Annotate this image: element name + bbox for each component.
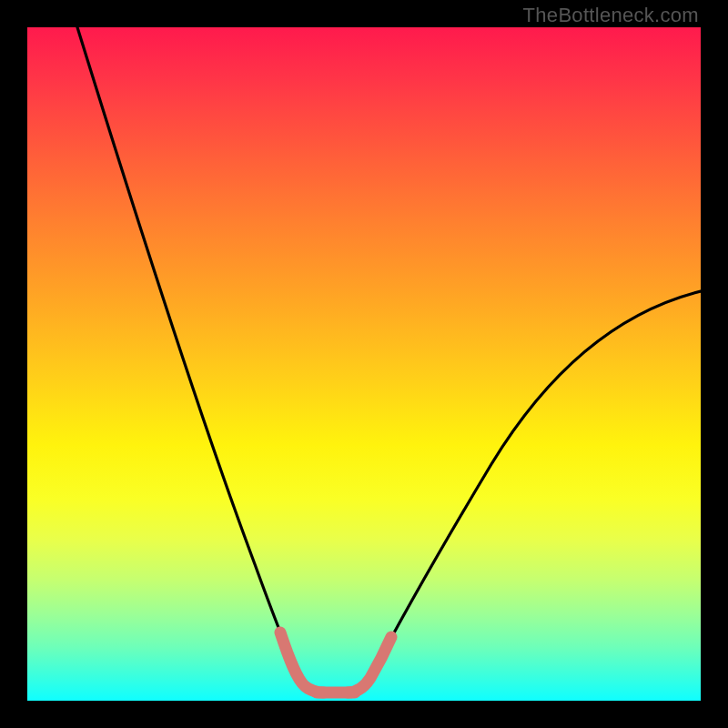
highlight-right-arm: [348, 637, 391, 693]
highlight-left-arm: [280, 632, 324, 693]
curve-svg: [27, 27, 701, 701]
bottleneck-curve: [77, 27, 701, 692]
plot-area: [27, 27, 701, 701]
chart-frame: TheBottleneck.com: [0, 0, 728, 728]
watermark-text: TheBottleneck.com: [523, 4, 699, 27]
